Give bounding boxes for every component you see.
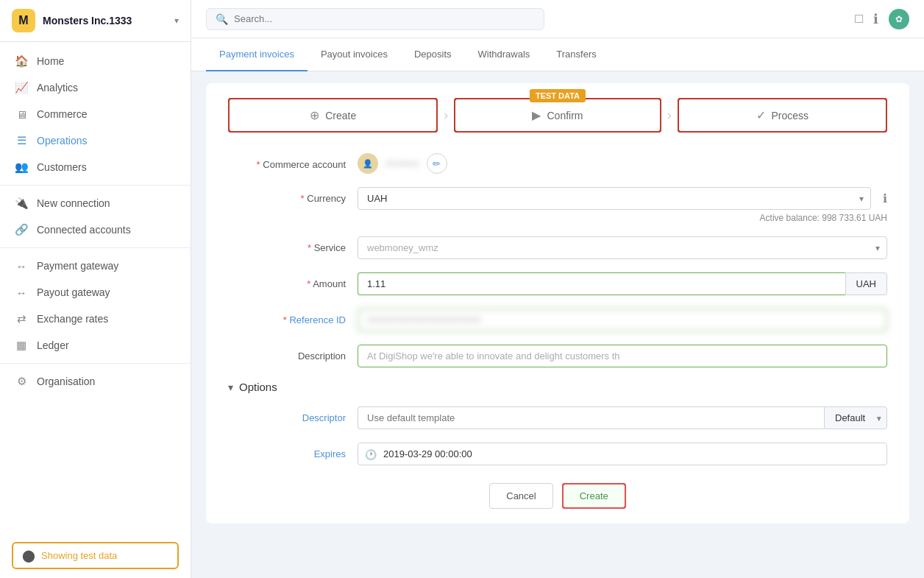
service-label: Service bbox=[228, 236, 346, 253]
test-data-label: Showing test data bbox=[41, 550, 117, 561]
currency-row: UAH USD EUR ℹ bbox=[358, 187, 887, 210]
tab-payout-invoices[interactable]: Payout invoices bbox=[308, 38, 401, 71]
sidebar-label-payment-gateway: Payment gateway bbox=[37, 260, 118, 272]
clock-icon: 🕐 bbox=[365, 448, 377, 459]
sidebar-item-operations[interactable]: ☰ Operations bbox=[0, 127, 191, 154]
expires-control: 🕐 bbox=[358, 443, 887, 465]
step-create-label: Create bbox=[325, 110, 356, 121]
service-control: webmoney_wmz bbox=[358, 236, 887, 259]
chat-icon[interactable]: □ bbox=[855, 11, 863, 27]
currency-select[interactable]: UAH USD EUR bbox=[358, 187, 871, 210]
test-data-toggle[interactable]: ⬤ Showing test data bbox=[12, 542, 179, 569]
step-arrow-2: › bbox=[661, 108, 678, 123]
descriptor-control: Default ▾ bbox=[358, 406, 887, 429]
company-logo[interactable]: M Monsters Inc.1333 ▾ bbox=[0, 0, 191, 42]
sidebar-item-connected-accounts[interactable]: 🔗 Connected accounts bbox=[0, 216, 191, 243]
sidebar-item-customers[interactable]: 👥 Customers bbox=[0, 154, 191, 180]
cancel-button[interactable]: Cancel bbox=[489, 483, 552, 509]
home-icon: 🏠 bbox=[15, 54, 28, 68]
steps-row: ⊕ Create › TEST DATA ▶ Confirm › ✓ Proce… bbox=[228, 98, 887, 133]
balance-hint: Active balance: 998 733.61 UAH bbox=[358, 213, 887, 223]
sidebar-item-new-connection[interactable]: 🔌 New connection bbox=[0, 190, 191, 216]
commerce-icon: 🖥 bbox=[15, 108, 28, 121]
field-expires: Expires 🕐 bbox=[228, 443, 887, 465]
sidebar-item-commerce[interactable]: 🖥 Commerce bbox=[0, 101, 191, 127]
sidebar-label-commerce: Commerce bbox=[37, 108, 87, 120]
sidebar-item-organisation[interactable]: ⚙ Organisation bbox=[0, 368, 191, 395]
expires-label: Expires bbox=[228, 443, 346, 459]
sidebar-item-payout-gateway[interactable]: ↔ Payout gateway bbox=[0, 279, 191, 306]
options-label: Options bbox=[239, 381, 277, 393]
exchange-rates-icon: ⇄ bbox=[15, 312, 28, 325]
description-label: Description bbox=[228, 345, 346, 362]
commerce-account-control: 👤 •••••••••• ✏ bbox=[358, 153, 887, 174]
currency-info-icon[interactable]: ℹ bbox=[883, 191, 887, 205]
options-toggle[interactable]: ▾ Options bbox=[228, 381, 887, 393]
sidebar-label-exchange-rates: Exchange rates bbox=[37, 313, 108, 325]
connected-accounts-icon: 🔗 bbox=[15, 223, 28, 236]
sidebar-label-analytics: Analytics bbox=[37, 82, 78, 94]
tab-payment-invoices[interactable]: Payment invoices bbox=[206, 38, 308, 71]
tab-withdrawals[interactable]: Withdrawals bbox=[465, 38, 544, 71]
amount-row: UAH bbox=[358, 272, 887, 295]
account-name: •••••••••• bbox=[385, 158, 419, 169]
payout-gateway-icon: ↔ bbox=[15, 286, 28, 299]
sidebar-item-ledger[interactable]: ▦ Ledger bbox=[0, 332, 191, 359]
description-control bbox=[358, 345, 887, 367]
field-reference-id: Reference ID bbox=[228, 309, 887, 331]
search-icon: 🔍 bbox=[216, 13, 228, 25]
form-actions: Cancel Create bbox=[228, 483, 887, 509]
create-button[interactable]: Create bbox=[562, 483, 626, 509]
commerce-account-row: 👤 •••••••••• ✏ bbox=[358, 153, 887, 174]
search-box[interactable]: 🔍 bbox=[206, 8, 544, 30]
new-connection-icon: 🔌 bbox=[15, 197, 28, 210]
user-avatar[interactable]: ✿ bbox=[889, 9, 909, 29]
chevron-down-icon: ▾ bbox=[228, 381, 233, 393]
search-input[interactable] bbox=[234, 13, 535, 24]
sidebar-label-connected-accounts: Connected accounts bbox=[37, 224, 131, 236]
field-commerce-account: Commerce account 👤 •••••••••• ✏ bbox=[228, 153, 887, 174]
descriptor-input[interactable] bbox=[358, 406, 824, 429]
edit-account-button[interactable]: ✏ bbox=[427, 153, 447, 174]
sidebar-item-home[interactable]: 🏠 Home bbox=[0, 48, 191, 74]
tabs-bar: Payment invoices Payout invoices Deposit… bbox=[191, 38, 924, 71]
tab-deposits[interactable]: Deposits bbox=[401, 38, 465, 71]
description-input[interactable] bbox=[358, 345, 887, 367]
sidebar-nav: 🏠 Home 📈 Analytics 🖥 Commerce ☰ Operatio… bbox=[0, 42, 191, 533]
sidebar-item-exchange-rates[interactable]: ⇄ Exchange rates bbox=[0, 306, 191, 332]
amount-input[interactable] bbox=[358, 272, 845, 295]
tab-transfers[interactable]: Transfers bbox=[543, 38, 609, 71]
header-right: □ ℹ ✿ bbox=[855, 9, 909, 29]
field-description: Description bbox=[228, 345, 887, 367]
company-name: Monsters Inc.1333 bbox=[43, 15, 167, 27]
sidebar-label-customers: Customers bbox=[37, 161, 87, 173]
step-arrow-1: › bbox=[438, 108, 454, 123]
step-create-button[interactable]: ⊕ Create bbox=[228, 98, 438, 133]
customers-icon: 👥 bbox=[15, 161, 28, 174]
sidebar-label-ledger: Ledger bbox=[37, 339, 69, 351]
sidebar-label-payout-gateway: Payout gateway bbox=[37, 286, 110, 298]
info-icon[interactable]: ℹ bbox=[873, 11, 878, 27]
sidebar-label-new-connection: New connection bbox=[37, 197, 110, 209]
descriptor-select[interactable]: Default bbox=[824, 406, 887, 429]
top-header: 🔍 □ ℹ ✿ bbox=[191, 0, 924, 38]
step-process-button[interactable]: ✓ Process bbox=[678, 98, 887, 133]
reference-id-label: Reference ID bbox=[228, 309, 346, 325]
step-confirm-button[interactable]: ▶ Confirm bbox=[454, 98, 661, 133]
service-select[interactable]: webmoney_wmz bbox=[358, 236, 887, 259]
expires-input[interactable] bbox=[358, 443, 887, 465]
organisation-icon: ⚙ bbox=[15, 375, 28, 388]
sidebar-item-analytics[interactable]: 📈 Analytics bbox=[0, 74, 191, 101]
content-area: Payment invoices Payout invoices Deposit… bbox=[191, 38, 924, 578]
sidebar-label-operations: Operations bbox=[37, 135, 87, 147]
currency-control: UAH USD EUR ℹ Active balance: 998 733.61… bbox=[358, 187, 887, 223]
commerce-account-label: Commerce account bbox=[228, 153, 346, 170]
sidebar-item-payment-gateway[interactable]: ↔ Payment gateway bbox=[0, 253, 191, 279]
logo-icon: M bbox=[12, 9, 35, 32]
main-area: 🔍 □ ℹ ✿ Payment invoices Payout invoices… bbox=[191, 0, 924, 578]
step-confirm-label: Confirm bbox=[547, 110, 583, 121]
toggle-icon: ⬤ bbox=[22, 549, 35, 563]
reference-id-input[interactable] bbox=[358, 309, 887, 331]
reference-id-control bbox=[358, 309, 887, 331]
amount-currency-label: UAH bbox=[845, 272, 887, 295]
